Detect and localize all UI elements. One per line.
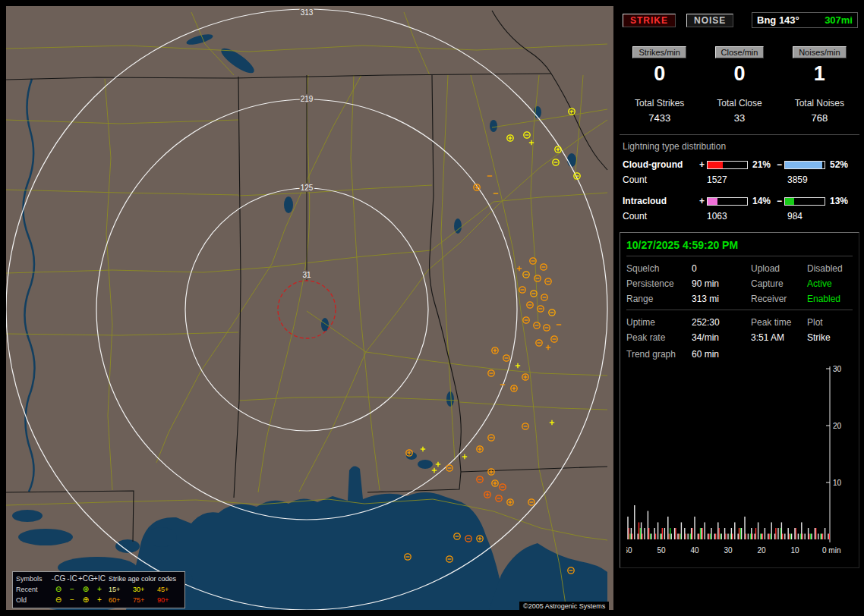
range-value: 313 mi <box>692 291 751 306</box>
strikes-per-min-value: 0 <box>620 64 699 84</box>
total-close-label: Total Close <box>699 98 779 108</box>
plot-value: Strike <box>807 330 853 345</box>
cg-neg-bar-fill <box>785 162 822 168</box>
ic-pos-count: 1063 <box>707 211 787 222</box>
ic-pos-bar-fill <box>708 198 717 205</box>
close-per-min-value: 0 <box>699 64 779 84</box>
age-code-60: 60+ <box>106 595 130 605</box>
status-panel: STRIKE NOISE Bng 143° 307mi Strikes/min … <box>620 6 859 610</box>
peak-rate-label: Peak rate <box>626 330 692 345</box>
plot-label: Plot <box>807 315 853 330</box>
age-code-90: 90+ <box>154 595 181 605</box>
cloud-ground-count-row: Count 1527 3859 <box>623 174 859 185</box>
ring-label-125: 125 <box>301 184 314 192</box>
ic-neg-bar <box>784 197 825 206</box>
mode-row: STRIKE NOISE Bng 143° 307mi <box>623 12 858 28</box>
ring-label-313: 313 <box>301 8 314 17</box>
uptime-label: Uptime <box>626 315 692 330</box>
ic-neg-count: 984 <box>787 211 859 222</box>
ic-pos-old-icon: + <box>93 595 106 605</box>
cg-pos-old-icon: ⊕ <box>78 595 93 605</box>
age-code-15: 15+ <box>106 584 130 595</box>
noise-mode-button[interactable]: NOISE <box>686 14 733 27</box>
age-code-45: 45+ <box>154 584 181 595</box>
ic-neg-bar-fill <box>785 198 794 205</box>
close-per-min-button[interactable]: Close/min <box>715 46 765 58</box>
trend-xtick: 40 <box>690 546 699 555</box>
minus-sign: − <box>777 159 784 170</box>
copyright-text: ©2005 Astrogenic Systems <box>519 602 609 611</box>
capture-value: Active <box>807 276 853 291</box>
total-noises-value: 768 <box>780 112 859 124</box>
squelch-value: 0 <box>692 261 751 276</box>
symbols-legend: Symbols -CG -IC +CG +IC Strike age color… <box>12 571 185 608</box>
ic-neg-pct: 13% <box>827 196 859 206</box>
intracloud-label: Intracloud <box>623 196 699 206</box>
cg-pos-pct: 21% <box>749 159 777 170</box>
bearing-value: Bng 143° <box>757 14 799 26</box>
trend-ytick: 30 <box>833 365 842 373</box>
ring-label-31: 31 <box>302 271 311 279</box>
cg-pos-bar <box>707 161 748 169</box>
count-label: Count <box>623 211 707 222</box>
legend-recent-label: Recent <box>16 584 51 595</box>
trend-window-value: 60 min <box>692 347 853 362</box>
receiver-status-box: 10/27/2025 4:59:20 PM Squelch 0 Upload D… <box>620 232 859 568</box>
trend-axis-labels: 3020106050403020100 min <box>626 365 842 555</box>
capture-label: Capture <box>751 276 807 291</box>
trend-xtick: 10 <box>790 546 799 555</box>
settings-row-1: Squelch 0 Upload Disabled <box>626 261 853 276</box>
plus-sign: + <box>699 159 707 170</box>
legend-cg-pos-header: +CG <box>78 574 93 584</box>
persistence-label: Persistence <box>626 276 692 291</box>
totals-row: Total Strikes 7433 Total Close 33 Total … <box>620 98 859 124</box>
trend-plot-bars <box>628 505 829 539</box>
receiver-value: Enabled <box>807 291 853 306</box>
legend-ic-neg-header: -IC <box>66 574 78 584</box>
cg-pos-bar-fill <box>708 162 723 168</box>
divider <box>620 134 859 135</box>
strikes-per-min-button[interactable]: Strikes/min <box>632 46 686 58</box>
trend-xtick: 30 <box>724 546 733 555</box>
total-noises-label: Total Noises <box>780 98 859 108</box>
legend-old-row: Old ⊖ − ⊕ + 60+ 75+ 90+ <box>16 595 181 605</box>
stats-row-2: Peak rate 34/min 3:51 AM Strike <box>626 330 853 345</box>
total-close-cell: Total Close 33 <box>699 98 779 124</box>
distribution-title: Lightning type distribution <box>623 141 859 152</box>
datetime-display: 10/27/2025 4:59:20 PM <box>626 239 853 251</box>
lightning-map[interactable]: 313 219 125 31 <box>6 6 613 610</box>
total-close-value: 33 <box>699 112 779 124</box>
peak-time-value: 3:51 AM <box>751 330 807 345</box>
noises-per-min-button[interactable]: Noises/min <box>793 46 846 58</box>
strikes-per-min-cell: Strikes/min 0 <box>620 46 699 84</box>
legend-header-row: Symbols -CG -IC +CG +IC Strike age color… <box>16 574 181 584</box>
legend-age-title: Strike age color codes <box>106 574 181 584</box>
minus-sign: − <box>777 196 784 206</box>
bearing-range-value: 307mi <box>825 14 853 26</box>
cg-neg-count: 3859 <box>787 174 859 185</box>
legend-symbols-label: Symbols <box>16 574 51 584</box>
trend-graph: 3020106050403020100 min <box>626 363 853 562</box>
peak-rate-value: 34/min <box>692 330 751 345</box>
legend-old-label: Old <box>16 595 51 605</box>
stats-row-1: Uptime 252:30 Peak time Plot <box>626 315 853 330</box>
map-area[interactable]: 313 219 125 31 Symbols -CG -IC +CG +IC S… <box>6 6 613 610</box>
noises-per-min-cell: Noises/min 1 <box>780 46 859 84</box>
ic-neg-recent-icon: − <box>66 584 78 595</box>
trend-graph-label: Trend graph <box>626 347 692 362</box>
cg-neg-old-icon: ⊖ <box>51 595 66 605</box>
divider <box>626 256 853 256</box>
bearing-readout: Bng 143° 307mi <box>752 12 858 28</box>
cloud-ground-row: Cloud-ground + 21% − 52% <box>623 159 859 170</box>
rates-row: Strikes/min 0 Close/min 0 Noises/min 1 <box>620 46 859 84</box>
trend-xtick: 0 min <box>822 546 840 555</box>
settings-row-3: Range 313 mi Receiver Enabled <box>626 291 853 306</box>
ic-pos-pct: 14% <box>749 196 777 206</box>
legend-cg-neg-header: -CG <box>51 574 66 584</box>
upload-label: Upload <box>751 261 807 276</box>
cg-pos-recent-icon: ⊕ <box>78 584 93 595</box>
peak-time-label: Peak time <box>751 315 807 330</box>
legend-ic-pos-header: +IC <box>93 574 106 584</box>
age-code-75: 75+ <box>130 595 154 605</box>
strike-mode-button[interactable]: STRIKE <box>623 14 676 27</box>
